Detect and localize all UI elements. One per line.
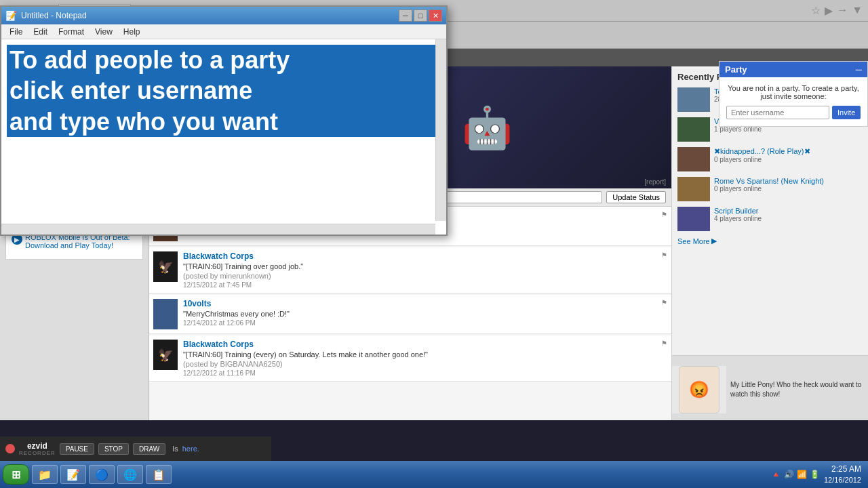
see-more-button[interactable]: See More ▶ [677,237,863,245]
game-thumb-5 [677,207,710,231]
notepad-line2: click enter username [7,75,441,106]
stop-button[interactable]: STOP [98,443,129,455]
chat-message-3: "MerryChristmas every one! :D!" [183,310,656,318]
game-thumb-3 [677,147,710,171]
game-item-4: Rome Vs Spartans! (New Knight) 0 players… [677,177,863,201]
notepad-menu-edit[interactable]: Edit [28,26,53,38]
notepad-window: 📝 Untitled - Notepad ─ □ ✕ File Edit For… [0,5,448,236]
notepad-content[interactable]: To add people to a party click enter use… [1,39,446,221]
notepad-menu-format[interactable]: Format [53,26,90,38]
chat-avatar-3 [153,299,178,329]
notepad-menu-help[interactable]: Help [118,26,146,38]
game-info-3: ✖kidnapped...? (Role Play)✖ 0 players on… [714,147,810,163]
chat-report-3[interactable]: ⚑ [661,299,667,306]
notepad-hscrollbar[interactable] [1,224,435,235]
notepad-line3: and type who you want [7,106,441,137]
taskbar-btn-app5[interactable]: 📋 [146,465,172,484]
chat-time-3: 12/14/2012 at 12:06 PM [183,319,656,327]
chat-avatar-2: 🦅 [153,251,178,282]
arrow-right-icon[interactable]: → [837,4,848,17]
notepad-scrollbar[interactable] [435,39,446,221]
play-icon[interactable]: ▶ [825,4,833,17]
game-name-5[interactable]: Script Builder [714,207,762,215]
chat-content-2: Blackwatch Corps "[TRAIN:60] Training ov… [183,251,656,289]
game-name-4[interactable]: Rome Vs Spartans! (New Knight) [714,177,824,185]
taskbar-btn-explorer[interactable]: 📁 [32,465,58,484]
chat-time-2: 12/15/2012 at 7:45 PM [183,281,656,289]
game-info-5: Script Builder 4 players online [714,207,762,222]
chat-report-2[interactable]: ⚑ [661,251,667,259]
tray-speaker-icon[interactable]: 🔊 [784,470,794,479]
party-invite-row: Invite [726,106,861,119]
chat-avatar-4: 🦅 [153,340,178,370]
start-button[interactable]: ⊞ [3,464,29,485]
app5-icon: 📋 [152,468,165,481]
chat-content-4: Blackwatch Corps "[TRAIN:60] Training (e… [183,340,656,377]
pause-button[interactable]: PAUSE [60,443,94,455]
game-thumb-4 [677,177,710,201]
notepad-menubar: File Edit Format View Help [1,24,446,39]
notepad-menu-file[interactable]: File [4,26,28,38]
party-invite-button[interactable]: Invite [832,106,861,119]
chrome-icon: 🌐 [123,468,137,481]
party-minimize[interactable]: ─ [856,64,862,75]
chat-sender-3[interactable]: 10volts [183,299,656,308]
update-status-button[interactable]: Update Status [606,191,666,203]
notepad-menu-view[interactable]: View [90,26,118,38]
ezvid-logo-area: ezvid RECORDER [19,442,56,456]
ezvid-logo-sub: RECORDER [19,450,56,456]
featured-area: 😡 My Little Pony! Who the heck would wan… [672,355,868,420]
chat-report-4[interactable]: ⚑ [661,340,667,347]
recorder-link[interactable]: here. [182,445,199,453]
notepad-line1: To add people to a party [7,45,441,75]
chat-sender-4[interactable]: Blackwatch Corps [183,340,656,349]
draw-button[interactable]: DRAW [133,443,165,455]
party-panel: Party ─ You are not in a party. To creat… [719,61,868,127]
party-title: Party [725,64,747,75]
chat-item-2: 🦅 Blackwatch Corps "[TRAIN:60] Training … [149,247,671,293]
game-players-4: 0 players online [714,185,824,192]
featured-text-area: My Little Pony! Who the heck would want … [726,376,868,403]
chat-subtext-4: (posted by BIGBANANA6250) [183,360,656,368]
chat-report-1[interactable]: ⚑ [661,211,667,218]
chat-item-3: 10volts "MerryChristmas every one! :D!" … [149,295,671,334]
clock-time: 2:25 AM [824,464,861,475]
see-more-icon: ▶ [711,237,717,245]
ezvid-logo: ezvid [27,442,47,450]
game-item-5: Script Builder 4 players online [677,207,863,231]
clock-date: 12/16/2012 [824,475,861,485]
notepad-title-left: 📝 Untitled - Notepad [5,10,87,21]
game-players-5: 4 players online [714,215,762,222]
notepad-maximize-btn[interactable]: □ [414,9,427,22]
tray-battery-icon[interactable]: 🔋 [810,470,820,479]
explorer-icon: 📁 [38,468,52,481]
taskbar-btn-notepad[interactable]: 📝 [60,465,86,484]
arrow-down-icon[interactable]: ▼ [852,4,863,17]
party-content: You are not in a party. To create a part… [719,77,867,126]
party-header: Party ─ [719,62,867,77]
chat-time-4: 12/12/2012 at 11:16 PM [183,369,656,377]
banner-report[interactable]: [report] [644,178,666,186]
notepad-titlebar: 📝 Untitled - Notepad ─ □ ✕ [1,7,446,24]
windows-icon: ⊞ [12,468,20,481]
tray-network-icon[interactable]: 📶 [797,470,807,479]
app3-icon: 🔵 [95,468,108,481]
recorder-text: Is [172,445,178,453]
notepad-minimize-btn[interactable]: ─ [399,9,412,22]
taskbar-btn-chrome[interactable]: 🌐 [117,465,143,484]
star-icon[interactable]: ☆ [811,4,821,17]
party-username-input[interactable] [726,106,829,119]
system-clock[interactable]: 2:25 AM 12/16/2012 [824,464,861,485]
chat-sender-2[interactable]: Blackwatch Corps [183,251,656,261]
taskbar-right: 🔺 🔊 📶 🔋 2:25 AM 12/16/2012 [771,464,865,485]
notepad-taskbar-icon: 📝 [66,468,80,481]
record-indicator [5,444,15,453]
chat-message-4: "[TRAIN:60] Training (every) on Saturday… [183,350,656,359]
sys-tray: 🔺 🔊 📶 🔋 [771,470,820,479]
tray-icon-1: 🔺 [771,470,781,479]
notepad-close-btn[interactable]: ✕ [429,9,442,22]
game-players-3: 0 players online [714,156,810,163]
game-name-3[interactable]: ✖kidnapped...? (Role Play)✖ [714,147,810,156]
taskbar-btn-app3[interactable]: 🔵 [89,465,115,484]
chat-subtext-2: (posted by minerunknown) [183,272,656,280]
